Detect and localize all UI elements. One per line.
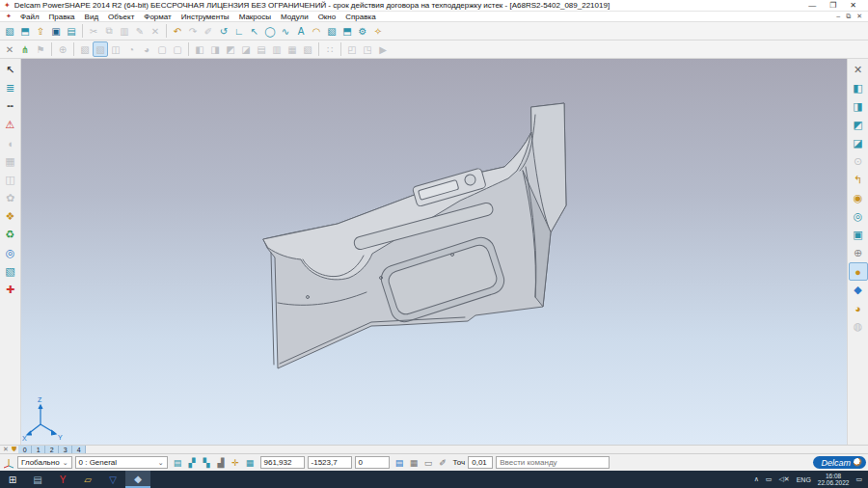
- undo-icon[interactable]: ↶: [170, 23, 185, 39]
- workplane-selector[interactable]: Глобально ⌄: [17, 456, 72, 469]
- paste-icon[interactable]: ▥: [117, 23, 132, 39]
- cad-app-icon[interactable]: ▽: [100, 471, 125, 488]
- bird-icon[interactable]: ❖: [1, 207, 20, 226]
- redo-icon[interactable]: ↷: [185, 23, 201, 39]
- keyboard-icon[interactable]: ▭: [421, 455, 436, 470]
- close-solids-toolbar-icon[interactable]: ✕: [2, 41, 17, 57]
- levels-books-icon[interactable]: ≣: [1, 79, 20, 97]
- zoom-fit-icon[interactable]: ◎: [849, 207, 868, 226]
- 3d-viewport[interactable]: Z X Y: [21, 59, 847, 445]
- level-selector[interactable]: 0 : General ⌄: [75, 456, 168, 469]
- cursor-tool-icon[interactable]: ✛: [229, 455, 243, 470]
- command-input[interactable]: [496, 456, 610, 469]
- close-levels-icon[interactable]: ✕: [2, 446, 10, 453]
- snap-item-icon[interactable]: ▚: [200, 455, 214, 470]
- dynamic-section-icon[interactable]: ◆: [849, 281, 868, 299]
- blend-tool-icon[interactable]: ▦: [1, 152, 20, 171]
- blend-slider-icon[interactable]: ╍: [1, 97, 20, 116]
- solid-union-icon[interactable]: ◧: [192, 41, 207, 57]
- volume-muted-icon[interactable]: ◁✕: [778, 475, 789, 483]
- solid-flag-icon[interactable]: ⚑: [33, 41, 48, 57]
- pointer-tool-icon[interactable]: ✐: [436, 455, 450, 470]
- coordinate-x-field[interactable]: 961,932: [260, 456, 305, 469]
- menu-window[interactable]: Окно: [313, 13, 341, 21]
- snap-grid-icon[interactable]: ▤: [171, 455, 185, 470]
- minimize-button[interactable]: —: [808, 1, 816, 10]
- sketch-icon[interactable]: ✐: [201, 23, 216, 39]
- solid-play-icon[interactable]: ▶: [375, 41, 391, 57]
- save-icon[interactable]: ▣: [48, 23, 64, 39]
- macro-tool-icon[interactable]: ◫: [1, 171, 20, 189]
- clipboard-list-icon[interactable]: ▤: [393, 455, 407, 470]
- solid-select-icon[interactable]: ▧: [77, 41, 93, 57]
- clock[interactable]: 16:08 22.06.2022: [818, 473, 850, 486]
- maximize-button[interactable]: ❐: [829, 1, 836, 10]
- cut-icon[interactable]: ✂: [86, 23, 101, 39]
- undo-view-icon[interactable]: ↰: [849, 171, 868, 189]
- surface-icon[interactable]: ◠: [309, 23, 324, 39]
- circle-icon[interactable]: ◯: [262, 23, 278, 39]
- wizard-wand-icon[interactable]: ✧: [370, 23, 386, 39]
- monitor-icon[interactable]: ▭: [766, 475, 773, 483]
- close-button[interactable]: ✕: [850, 1, 856, 10]
- menu-view[interactable]: Вид: [80, 13, 103, 21]
- iso3-view-icon[interactable]: ◩: [849, 116, 868, 134]
- solid-add-icon[interactable]: ⊕: [55, 41, 70, 57]
- shaded-view-icon[interactable]: ●: [849, 262, 868, 281]
- surface-tool-icon[interactable]: ◖: [1, 134, 20, 152]
- notification-center-icon[interactable]: ▭: [855, 475, 862, 483]
- wireframe-globe-icon[interactable]: ⊕: [849, 244, 868, 262]
- menu-file[interactable]: Файл: [15, 13, 44, 21]
- box-icon[interactable]: ▧: [1, 262, 20, 281]
- curve-icon[interactable]: ∿: [278, 23, 293, 39]
- workplane-icon[interactable]: ∟: [231, 23, 247, 39]
- solid-group-icon[interactable]: ◰: [344, 41, 360, 57]
- solid-subtract-icon[interactable]: ◨: [207, 41, 223, 57]
- tray-chevron-icon[interactable]: ∧: [754, 475, 759, 483]
- taskbar-app-window-icon[interactable]: ▤: [25, 471, 50, 488]
- solid-wedge-icon[interactable]: ◔: [123, 41, 139, 57]
- delete-icon[interactable]: ✕: [148, 23, 163, 39]
- solid-box-icon[interactable]: ▧: [324, 23, 339, 39]
- solid-active-icon[interactable]: ▧: [93, 41, 108, 57]
- coordinate-y-field[interactable]: -1523,7: [308, 456, 352, 469]
- menu-object[interactable]: Объект: [103, 13, 139, 21]
- menu-help[interactable]: Справка: [340, 13, 380, 21]
- iso2-view-icon[interactable]: ◨: [849, 97, 868, 116]
- select-cursor-icon[interactable]: ↖: [1, 61, 20, 79]
- zoom-in-icon[interactable]: ◉: [849, 189, 868, 207]
- yandex-browser-icon[interactable]: Y: [50, 471, 75, 488]
- text-icon[interactable]: A: [293, 23, 309, 39]
- child-close-button[interactable]: ✕: [856, 13, 862, 20]
- levels-icon[interactable]: ⛊: [12, 446, 16, 453]
- solid-fillet-icon[interactable]: ▥: [269, 41, 285, 57]
- menu-edit[interactable]: Правка: [44, 13, 80, 21]
- coordinate-z-field[interactable]: 0: [355, 456, 390, 469]
- snap-key-icon[interactable]: ▞: [185, 455, 200, 470]
- tolerance-field[interactable]: 0,01: [468, 456, 493, 469]
- child-minimize-button[interactable]: –: [836, 13, 840, 20]
- zoom-box-icon[interactable]: ▣: [849, 226, 868, 244]
- menu-macros[interactable]: Макросы: [234, 13, 276, 21]
- menu-format[interactable]: Формат: [139, 13, 176, 21]
- powershape-taskbar-icon[interactable]: ◆: [125, 471, 150, 488]
- solid-show-icon[interactable]: ◫: [108, 41, 123, 57]
- shaded-wire-icon[interactable]: ◕: [849, 299, 868, 317]
- calculator-icon[interactable]: ▦: [407, 455, 421, 470]
- transparent-view-icon[interactable]: ◍: [849, 317, 868, 336]
- solid-combine-icon[interactable]: ◳: [360, 41, 375, 57]
- grid-icon[interactable]: ▦: [243, 455, 258, 470]
- solid-tree-icon[interactable]: ⋔: [17, 41, 33, 57]
- solid-array-icon[interactable]: ∷: [322, 41, 338, 57]
- solid-wedge2-icon[interactable]: ◕: [139, 41, 154, 57]
- solid-split-icon[interactable]: ▤: [254, 41, 269, 57]
- alarm-icon[interactable]: ⚠: [1, 116, 20, 134]
- bird-gray-icon[interactable]: ✿: [1, 189, 20, 207]
- first-aid-box-icon[interactable]: ✚: [1, 281, 20, 299]
- solid-intersect-icon[interactable]: ◩: [223, 41, 238, 57]
- line-icon[interactable]: ↖: [247, 23, 262, 39]
- iso1-view-icon[interactable]: ◧: [849, 79, 868, 97]
- format-brush-icon[interactable]: ✎: [132, 23, 148, 39]
- language-indicator[interactable]: ENG: [797, 476, 811, 483]
- new-model-icon[interactable]: ▧: [2, 23, 17, 39]
